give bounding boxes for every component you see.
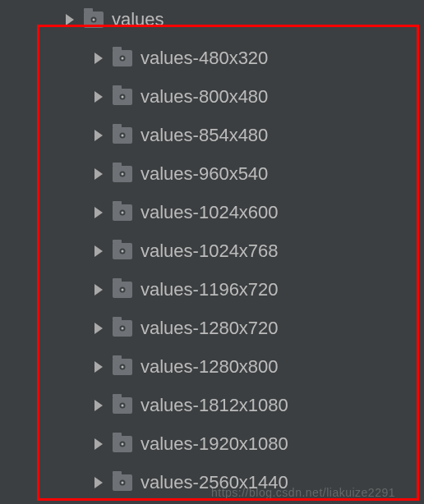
folder-icon	[113, 243, 132, 259]
tree-item[interactable]: values-1024x768	[0, 231, 424, 270]
tree-item[interactable]: values-960x540	[0, 154, 424, 193]
tree-item-label: values-800x480	[141, 86, 268, 108]
expand-arrow-icon[interactable]	[94, 91, 103, 103]
tree-item[interactable]: values-1920x1080	[0, 424, 424, 463]
tree-item-label: values-480x320	[141, 48, 268, 69]
tree-item[interactable]: values-480x320	[0, 39, 424, 77]
tree-item[interactable]: values-1812x1080	[0, 386, 424, 424]
folder-icon	[113, 397, 132, 414]
folder-icon	[113, 359, 132, 375]
watermark-text: https://blog.csdn.net/liakuize2291	[211, 486, 395, 499]
tree-item-label: values-1280x720	[141, 318, 279, 339]
expand-arrow-icon[interactable]	[94, 284, 103, 296]
expand-arrow-icon[interactable]	[94, 477, 103, 488]
tree-item[interactable]: values-1280x800	[0, 347, 424, 386]
tree-item-label: values-1196x720	[141, 279, 279, 300]
folder-icon	[113, 127, 132, 144]
folder-icon	[113, 89, 132, 105]
tree-item[interactable]: values-1024x600	[0, 193, 424, 231]
tree-item-label: values-1920x1080	[141, 433, 288, 455]
tree-item[interactable]: values-854x480	[0, 116, 424, 154]
expand-arrow-icon[interactable]	[66, 14, 74, 25]
expand-arrow-icon[interactable]	[94, 361, 103, 373]
tree-item-label: values-1024x768	[141, 241, 279, 262]
folder-icon	[113, 166, 132, 182]
tree-item-label: values-854x480	[141, 125, 268, 146]
folder-icon	[113, 282, 132, 298]
expand-arrow-icon[interactable]	[94, 207, 103, 218]
expand-arrow-icon[interactable]	[94, 53, 103, 64]
expand-arrow-icon[interactable]	[94, 400, 103, 411]
folder-icon	[113, 436, 132, 452]
tree-item[interactable]: values-800x480	[0, 77, 424, 116]
expand-arrow-icon[interactable]	[94, 323, 103, 334]
tree-item-label: values-960x540	[141, 163, 268, 185]
tree-item-label: values-1812x1080	[141, 395, 288, 416]
folder-icon	[113, 320, 132, 337]
folder-icon	[113, 50, 132, 66]
project-tree: values values-480x320values-800x480value…	[0, 0, 424, 502]
expand-arrow-icon[interactable]	[94, 245, 103, 257]
folder-icon	[113, 474, 132, 491]
tree-item-label: values	[112, 9, 164, 30]
tree-item-values[interactable]: values	[0, 0, 424, 39]
tree-item[interactable]: values-1280x720	[0, 309, 424, 347]
tree-item[interactable]: values-1196x720	[0, 270, 424, 309]
tree-item-label: values-1024x600	[141, 202, 279, 223]
expand-arrow-icon[interactable]	[94, 168, 103, 180]
folder-icon	[84, 11, 104, 28]
tree-item-label: values-1280x800	[141, 356, 279, 378]
expand-arrow-icon[interactable]	[94, 438, 103, 450]
folder-icon	[113, 204, 132, 221]
expand-arrow-icon[interactable]	[94, 130, 103, 141]
